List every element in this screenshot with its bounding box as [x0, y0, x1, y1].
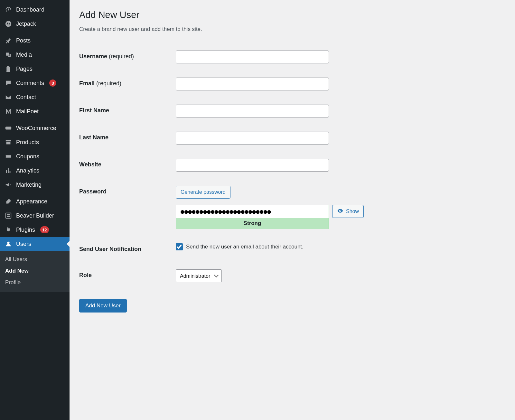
brush-icon: [5, 198, 12, 205]
svg-rect-3: [7, 214, 10, 215]
add-user-form: Username (required) Email (required) Fir…: [79, 43, 505, 289]
sidebar-item-label: Marketing: [16, 182, 42, 188]
last-name-label: Last Name: [79, 125, 176, 152]
email-input[interactable]: [176, 78, 329, 90]
sidebar-item-beaver[interactable]: Beaver Builder: [0, 209, 70, 223]
submenu-item-add-new[interactable]: Add New: [0, 265, 70, 277]
sidebar-item-users[interactable]: Users: [0, 237, 70, 251]
media-icon: [5, 51, 12, 59]
gauge-icon: [5, 6, 12, 14]
woo-icon: [5, 124, 12, 132]
sidebar-item-label: Media: [16, 51, 32, 58]
last-name-input[interactable]: [176, 132, 329, 145]
sidebar-item-posts[interactable]: Posts: [0, 33, 70, 48]
email-label: Email (required): [79, 70, 176, 98]
sidebar-item-label: WooCommerce: [16, 125, 56, 132]
users-submenu: All UsersAdd NewProfile: [0, 251, 70, 292]
password-input[interactable]: [176, 205, 329, 218]
sidebar-badge: 12: [40, 226, 49, 233]
sidebar-item-label: Appearance: [16, 198, 47, 205]
show-password-button[interactable]: Show: [332, 205, 364, 218]
mail-icon: [5, 93, 12, 101]
plug-icon: [5, 226, 12, 234]
archive-icon: [5, 138, 12, 146]
website-input[interactable]: [176, 159, 329, 172]
sidebar-item-media[interactable]: Media: [0, 48, 70, 62]
generate-password-button[interactable]: Generate password: [176, 186, 230, 199]
user-icon: [5, 240, 12, 248]
ticket-icon: [5, 153, 12, 160]
sidebar-badge: 3: [49, 79, 56, 87]
eye-icon: [337, 208, 343, 215]
sidebar-item-label: Posts: [16, 37, 31, 44]
sidebar-item-label: Products: [16, 139, 39, 146]
sidebar-item-label: Plugins: [16, 227, 35, 233]
role-select[interactable]: Administrator: [176, 269, 222, 282]
sidebar-item-comments[interactable]: Comments3: [0, 76, 70, 90]
sidebar-item-mailpoet[interactable]: MailPoet: [0, 104, 70, 118]
page-title: Add New User: [79, 10, 505, 20]
sidebar-item-label: Analytics: [16, 167, 39, 174]
page-description: Create a brand new user and add them to …: [79, 26, 505, 33]
sidebar-item-coupons[interactable]: Coupons: [0, 149, 70, 163]
sidebar-item-products[interactable]: Products: [0, 135, 70, 149]
sidebar-item-analytics[interactable]: Analytics: [0, 163, 70, 178]
bars-icon: [5, 167, 12, 174]
admin-sidebar: DashboardJetpackPostsMediaPagesComments3…: [0, 0, 70, 420]
sidebar-item-jetpack[interactable]: Jetpack: [0, 17, 70, 31]
sidebar-item-label: Users: [16, 241, 31, 247]
first-name-label: First Name: [79, 98, 176, 125]
comment-icon: [5, 79, 12, 87]
sidebar-item-label: Coupons: [16, 153, 39, 160]
send-notification-text: Send the new user an email about their a…: [186, 244, 304, 250]
svg-point-0: [5, 21, 11, 27]
main-content: Add New User Create a brand new user and…: [70, 0, 515, 420]
first-name-input[interactable]: [176, 105, 329, 117]
sidebar-item-label: Dashboard: [16, 6, 44, 13]
sidebar-item-label: Beaver Builder: [16, 212, 54, 219]
submenu-item-profile[interactable]: Profile: [0, 277, 70, 288]
sidebar-item-label: Contact: [16, 94, 36, 101]
submenu-item-all-users[interactable]: All Users: [0, 254, 70, 265]
sidebar-item-label: MailPoet: [16, 108, 39, 115]
sidebar-item-appearance[interactable]: Appearance: [0, 194, 70, 209]
username-input[interactable]: [176, 51, 329, 63]
jetpack-icon: [5, 20, 12, 28]
password-label: Password: [79, 179, 176, 236]
svg-rect-4: [7, 216, 10, 217]
sidebar-item-marketing[interactable]: Marketing: [0, 178, 70, 192]
sidebar-item-dashboard[interactable]: Dashboard: [0, 3, 70, 17]
pin-icon: [5, 37, 12, 44]
mailpoet-icon: [5, 107, 12, 115]
role-label: Role: [79, 262, 176, 289]
sidebar-item-contact[interactable]: Contact: [0, 90, 70, 104]
sidebar-item-label: Comments: [16, 80, 44, 87]
builder-icon: [5, 212, 12, 219]
pages-icon: [5, 65, 12, 73]
sidebar-item-plugins[interactable]: Plugins12: [0, 223, 70, 237]
password-strength-indicator: Strong: [176, 218, 329, 229]
username-label: Username (required): [79, 43, 176, 70]
add-new-user-submit-button[interactable]: Add New User: [79, 299, 127, 313]
send-notification-label: Send User Notification: [79, 236, 176, 262]
sidebar-item-pages[interactable]: Pages: [0, 62, 70, 76]
svg-rect-1: [5, 126, 11, 129]
megaphone-icon: [5, 181, 12, 189]
sidebar-item-label: Pages: [16, 66, 33, 72]
sidebar-item-woocommerce[interactable]: WooCommerce: [0, 121, 70, 135]
send-notification-checkbox[interactable]: [176, 243, 183, 250]
sidebar-item-label: Jetpack: [16, 21, 36, 27]
website-label: Website: [79, 152, 176, 179]
